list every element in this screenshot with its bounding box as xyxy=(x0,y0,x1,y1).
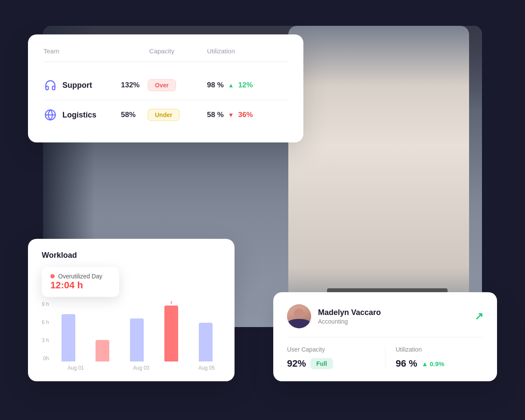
bar-group-5 xyxy=(191,301,221,361)
workload-card: Workload Overutilized Day 12:04 h 9 h 6 … xyxy=(28,239,235,381)
utilization-values: 96 % ▲ 0.9% xyxy=(396,358,484,369)
logistics-utilization: 58 % ▼ 36% xyxy=(203,111,288,119)
support-status-badge: Over xyxy=(148,79,176,91)
table-row-support: Support 132% Over 98 % ▲ 12% xyxy=(43,71,288,100)
team-capacity-card: Team Capacity Utilization Support 132% O… xyxy=(28,34,303,142)
person-card: Madelyn Vaccaro Accounting ↗ User Capaci… xyxy=(273,292,497,381)
y-label-6h: 6 h xyxy=(42,319,49,325)
bar-group-aug03 xyxy=(122,301,152,361)
utilization-box: Utilization 96 % ▲ 0.9% xyxy=(396,346,484,369)
tooltip-label: Overutilized Day xyxy=(58,273,102,280)
bar-group-2 xyxy=(88,301,118,361)
utilization-label: Utilization xyxy=(396,346,484,353)
support-team-name: Support xyxy=(43,78,121,92)
y-label-3h: 3 h xyxy=(42,337,49,343)
overutilized-tooltip: Overutilized Day 12:04 h xyxy=(42,267,119,297)
x-label-aug05: Aug 05 xyxy=(192,365,221,371)
tooltip-value: 12:04 h xyxy=(50,280,111,291)
user-capacity-values: 92% Full xyxy=(287,358,375,369)
person-name: Madelyn Vaccaro xyxy=(318,308,381,317)
header-team: Team xyxy=(43,47,121,55)
person-info: Madelyn Vaccaro Accounting xyxy=(287,304,381,328)
user-capacity-label: User Capacity xyxy=(287,346,375,353)
headset-icon xyxy=(43,78,57,92)
x-label-aug03: Aug 03 xyxy=(127,365,155,371)
x-label-aug01: Aug 01 xyxy=(62,365,90,371)
y-label-9h: 9 h xyxy=(42,301,49,307)
bar-aug03-blue xyxy=(130,318,144,361)
logistics-team-name: Logistics xyxy=(43,108,121,122)
util-pct: 96 % xyxy=(396,358,417,369)
util-change: ▲ 0.9% xyxy=(422,360,445,368)
y-label-0h: 0h xyxy=(43,355,49,361)
bar-5-blue xyxy=(199,323,213,361)
capacity-status-badge: Full xyxy=(310,358,333,369)
person-stats: User Capacity 92% Full Utilization 96 % … xyxy=(287,337,483,369)
stat-divider xyxy=(385,346,386,369)
globe-icon xyxy=(43,108,57,122)
header-utilization: Utilization xyxy=(203,47,288,55)
trend-up-icon: ↗ xyxy=(475,310,483,322)
bar-2-red xyxy=(96,340,109,361)
person-header: Madelyn Vaccaro Accounting ↗ xyxy=(287,304,483,328)
table-row-logistics: Logistics 58% Under 58 % ▼ 36% xyxy=(43,100,288,130)
bar-group-aug05 xyxy=(156,301,186,361)
logistics-status-badge: Under xyxy=(148,109,179,121)
logistics-capacity-pct: 58% xyxy=(121,111,142,119)
workload-title: Workload xyxy=(42,251,221,260)
avatar xyxy=(287,304,311,328)
util-change-value: 0.9% xyxy=(430,360,445,368)
bar-aug01-blue xyxy=(62,314,75,361)
tooltip-header: Overutilized Day xyxy=(50,273,111,280)
tooltip-dot xyxy=(50,274,55,278)
util-arrow-up-icon: ▲ xyxy=(422,360,428,368)
support-utilization: 98 % ▲ 12% xyxy=(203,81,288,90)
header-capacity: Capacity xyxy=(121,47,203,55)
person-department: Accounting xyxy=(318,318,381,325)
table-header: Team Capacity Utilization xyxy=(43,47,288,62)
user-capacity-box: User Capacity 92% Full xyxy=(287,346,375,369)
arrow-up-icon: ▲ xyxy=(228,82,234,89)
arrow-down-icon: ▼ xyxy=(228,111,234,118)
bar-group-aug01 xyxy=(53,301,83,361)
support-capacity-pct: 132% xyxy=(121,81,142,90)
capacity-pct: 92% xyxy=(287,358,306,369)
bar-aug05-red xyxy=(164,306,178,361)
person-details: Madelyn Vaccaro Accounting xyxy=(318,308,381,325)
